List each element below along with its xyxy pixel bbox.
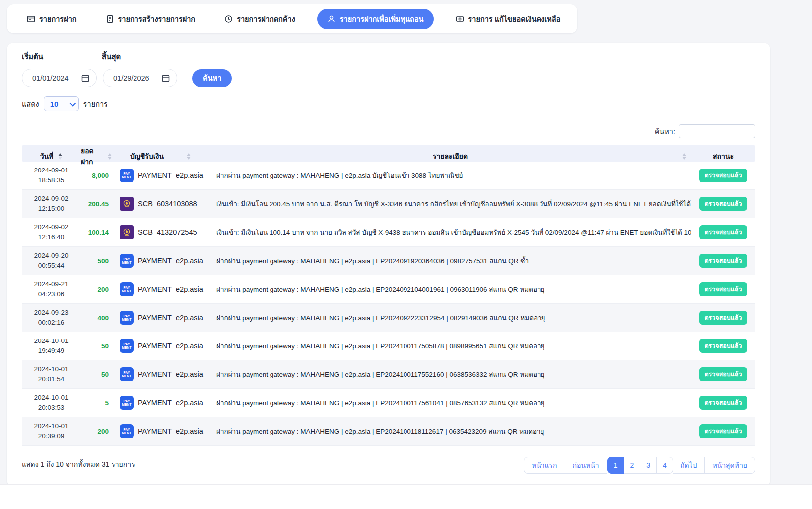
time-value: 04:23:06: [22, 289, 81, 299]
column-header-amount[interactable]: ยอดฝาก: [81, 145, 112, 167]
column-header-label: บัญชีรับเงิน: [130, 151, 164, 162]
start-date-input[interactable]: 01/01/2024: [22, 69, 97, 87]
tab-create-deposit[interactable]: รายการสร้างรายการฝาก: [99, 9, 203, 29]
sort-icon[interactable]: [187, 153, 191, 160]
pagination-prev-button[interactable]: ก่อนหน้า: [565, 457, 607, 474]
account-cell: PAY MENT PAYMENT e2p.asia: [112, 169, 209, 182]
account-number: e2p.asia: [176, 370, 203, 378]
search-button[interactable]: ค้นหา: [192, 69, 232, 87]
status-cell: ตรวจสอบแล้ว: [691, 396, 755, 410]
pagination: หน้าแรก ก่อนหน้า 1234 ถัดไป หน้าสุดท้าย: [524, 457, 755, 474]
payment-gateway-icon: PAY MENT: [120, 311, 134, 325]
account-cell: PAY MENT PAYMENT e2p.asia: [112, 424, 209, 438]
status-cell: ตรวจสอบแล้ว: [691, 424, 755, 438]
details-cell: ฝากผ่าน payment gateway : MAHAHENG | e2p…: [209, 255, 691, 266]
amount-cell: 200: [81, 428, 112, 435]
tab-pending-deposit[interactable]: รายการฝากตกค้าง: [217, 9, 302, 29]
page-size-select[interactable]: 10: [44, 96, 79, 111]
payment-gateway-icon: PAY MENT: [120, 254, 134, 268]
table-row[interactable]: 2024-10-01 20:01:54 50 PAY MENT PAYMENT …: [22, 360, 755, 389]
payment-gateway-icon: PAY MENT: [120, 339, 134, 353]
start-date-value: 01/01/2024: [32, 74, 69, 82]
pagination-first-button[interactable]: หน้าแรก: [524, 457, 565, 474]
calendar-icon[interactable]: [162, 74, 170, 82]
sort-icon[interactable]: [682, 153, 686, 160]
account-label: PAYMENT e2p.asia: [138, 399, 203, 407]
end-date-input[interactable]: 01/29/2026: [103, 69, 177, 87]
table-row[interactable]: 2024-09-02 12:15:00 200.45 PAY MENT SCB …: [22, 190, 755, 218]
status-badge: ตรวจสอบแล้ว: [699, 254, 748, 268]
status-cell: ตรวจสอบแล้ว: [691, 367, 755, 381]
account-cell: PAY MENT SCB 4132072545: [112, 225, 209, 239]
column-header-status[interactable]: สถานะ: [691, 145, 755, 167]
status-badge: ตรวจสอบแล้ว: [699, 225, 748, 239]
table-row[interactable]: 2024-09-21 04:23:06 200 PAY MENT PAYMENT…: [22, 275, 755, 304]
date-value: 2024-09-01: [22, 166, 81, 175]
account-cell: PAY MENT PAYMENT e2p.asia: [112, 396, 209, 410]
time-value: 20:03:53: [22, 403, 81, 413]
bank-name: PAYMENT: [138, 399, 172, 407]
status-cell: ตรวจสอบแล้ว: [691, 225, 755, 239]
tab-deposit-add-capital[interactable]: รายการฝากเพื่อเพิ่มทุนถอน: [317, 9, 434, 29]
column-header-label: วันที่: [40, 151, 54, 162]
pagination-next-button[interactable]: ถัดไป: [673, 457, 705, 474]
table-row[interactable]: 2024-09-23 00:02:16 400 PAY MENT PAYMENT…: [22, 304, 755, 332]
sort-asc-icon[interactable]: [58, 153, 62, 160]
details-cell: เงินเข้า: มีเงินโอน 200.45 บาท จาก น.ส. …: [209, 198, 691, 209]
tab-label: รายการฝากตกค้าง: [237, 13, 295, 25]
account-number: 6034103088: [157, 200, 197, 208]
payment-gateway-icon: PAY MENT: [120, 282, 134, 296]
tab-edit-balance[interactable]: รายการ แก้ไขยอดเงินคงเหลือ: [449, 9, 568, 29]
date-cell: 2024-10-01 19:49:49: [22, 336, 81, 355]
status-badge: ตรวจสอบแล้ว: [699, 282, 748, 296]
details-cell: ฝากผ่าน payment gateway : MAHAHENG | e2p…: [209, 284, 691, 295]
column-header-account[interactable]: บัญชีรับเงิน: [112, 145, 209, 167]
account-cell: PAY MENT PAYMENT e2p.asia: [112, 339, 209, 353]
time-value: 00:55:44: [22, 261, 81, 271]
pagination-page-button[interactable]: 1: [607, 457, 624, 474]
table-search-input[interactable]: [679, 124, 755, 138]
table-row[interactable]: 2024-09-02 12:16:40 100.14 PAY MENT SCB …: [22, 218, 755, 247]
account-label: PAYMENT e2p.asia: [138, 314, 203, 322]
account-number: e2p.asia: [176, 285, 203, 293]
date-cell: 2024-10-01 20:01:54: [22, 364, 81, 384]
table-row[interactable]: 2024-10-01 19:49:49 50 PAY MENT PAYMENT …: [22, 332, 755, 360]
bank-name: PAYMENT: [138, 285, 172, 293]
table-row[interactable]: 2024-09-20 00:55:44 500 PAY MENT PAYMENT…: [22, 247, 755, 275]
account-number: e2p.asia: [176, 171, 203, 179]
payment-gateway-icon: PAY MENT: [120, 367, 134, 381]
account-label: PAYMENT e2p.asia: [138, 285, 203, 293]
date-value: 2024-10-01: [22, 393, 81, 403]
tab-label: รายการฝากเพื่อเพิ่มทุนถอน: [340, 13, 424, 25]
amount-cell: 400: [81, 314, 112, 322]
calendar-icon[interactable]: [81, 74, 89, 82]
payment-gateway-icon: PAY MENT: [120, 424, 134, 438]
scb-bank-icon: [120, 225, 134, 239]
time-value: 00:02:16: [22, 318, 81, 328]
account-label: PAYMENT e2p.asia: [138, 427, 203, 435]
date-cell: 2024-10-01 20:39:09: [22, 421, 81, 441]
pagination-page-button[interactable]: 2: [624, 457, 641, 474]
pagination-page-button[interactable]: 3: [640, 457, 657, 474]
pagination-last-button[interactable]: หน้าสุดท้าย: [704, 457, 755, 474]
show-suffix-label: รายการ: [83, 98, 108, 110]
table-row[interactable]: 2024-10-01 20:03:53 5 PAY MENT PAYMENT e…: [22, 389, 755, 417]
date-value: 2024-09-20: [22, 251, 81, 261]
time-value: 12:16:40: [22, 232, 81, 242]
status-badge: ตรวจสอบแล้ว: [699, 339, 748, 353]
account-label: PAYMENT e2p.asia: [138, 257, 203, 265]
column-header-date[interactable]: วันที่: [22, 145, 81, 167]
account-number: e2p.asia: [176, 399, 203, 407]
details-cell: ฝากผ่าน payment gateway : MAHAHENG | e2p…: [209, 340, 691, 351]
add-capital-deposit-icon: [327, 15, 336, 23]
column-header-details[interactable]: รายละเอียด: [209, 145, 691, 167]
sort-icon[interactable]: [108, 153, 112, 160]
account-number: e2p.asia: [176, 427, 203, 435]
table-row[interactable]: 2024-10-01 20:39:09 200 PAY MENT PAYMENT…: [22, 417, 755, 446]
column-header-label: ยอดฝาก: [81, 145, 103, 167]
pagination-page-button[interactable]: 4: [656, 457, 673, 474]
status-badge: ตรวจสอบแล้ว: [699, 169, 748, 182]
end-date-label: สิ้นสุด: [102, 51, 121, 63]
account-label: PAYMENT e2p.asia: [138, 342, 203, 350]
tab-deposit-list[interactable]: รายการฝาก: [20, 9, 84, 29]
